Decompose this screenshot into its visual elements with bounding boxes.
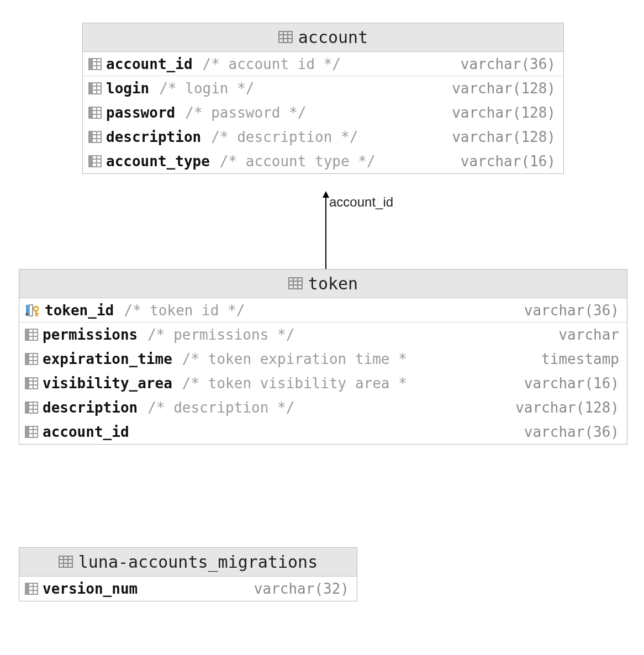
column-name: version_num	[43, 580, 138, 597]
fk-label: account_id	[329, 194, 393, 210]
column-row[interactable]: token_id/* token id */varchar(36)	[19, 298, 627, 323]
column-type: varchar	[551, 326, 619, 343]
column-comment: /* description */	[147, 399, 294, 416]
column-icon	[25, 426, 38, 438]
column-type: varchar(32)	[246, 580, 349, 597]
column-name: expiration_time	[43, 351, 172, 367]
column-row[interactable]: visibility_area/* token visibility area …	[19, 371, 627, 395]
column-type: varchar(36)	[516, 424, 619, 440]
svg-rect-32	[289, 278, 302, 289]
svg-rect-55	[25, 378, 29, 389]
column-icon	[25, 353, 38, 365]
column-icon	[25, 329, 38, 341]
column-row[interactable]: password/* password */varchar(128)	[83, 101, 563, 125]
table-header[interactable]: luna-accounts_migrations	[19, 548, 357, 577]
svg-rect-50	[25, 353, 29, 365]
column-row[interactable]: permissions/* permissions */varchar	[19, 323, 627, 347]
svg-rect-23	[89, 131, 93, 142]
table-icon	[59, 552, 73, 572]
svg-rect-69	[59, 556, 72, 567]
svg-rect-65	[25, 426, 29, 437]
column-type: varchar(16)	[453, 153, 556, 170]
column-comment: /* description */	[211, 129, 358, 145]
column-name: account_id	[43, 424, 129, 440]
table-header[interactable]: account	[83, 23, 563, 52]
column-comment: /* token expiration time *	[182, 351, 407, 367]
column-row[interactable]: account_idvarchar(36)	[19, 420, 627, 444]
column-type: varchar(36)	[453, 56, 556, 72]
table-icon	[278, 28, 293, 47]
column-type: timestamp	[534, 351, 619, 367]
column-type: varchar(128)	[444, 80, 556, 97]
column-row[interactable]: description/* description */varchar(128)	[19, 395, 627, 420]
table-icon	[288, 274, 303, 293]
column-icon	[25, 402, 38, 414]
column-icon	[88, 131, 102, 143]
svg-rect-38	[29, 305, 33, 316]
column-row[interactable]: expiration_time/* token expiration time …	[19, 347, 627, 371]
column-name: account_type	[106, 153, 210, 170]
svg-marker-1	[323, 191, 329, 198]
column-row[interactable]: login/* login */varchar(128)	[83, 76, 563, 101]
column-name: description	[43, 399, 138, 416]
table-name: luna-accounts_migrations	[78, 552, 318, 572]
column-name: description	[106, 129, 201, 145]
table-name: account	[298, 28, 368, 47]
svg-rect-13	[89, 83, 93, 94]
column-name: permissions	[43, 326, 138, 343]
column-row[interactable]: account_id/* account id */varchar(36)	[83, 52, 563, 76]
column-row[interactable]: version_numvarchar(32)	[19, 577, 357, 601]
column-type: varchar(36)	[516, 302, 619, 319]
svg-rect-2	[279, 31, 292, 43]
column-name: login	[106, 80, 149, 97]
svg-rect-45	[25, 329, 29, 340]
column-name: password	[106, 104, 175, 121]
column-comment: /* token id */	[124, 302, 245, 319]
column-type: varchar(128)	[508, 399, 619, 416]
table-name: token	[308, 274, 358, 293]
table-token[interactable]: tokentoken_id/* token id */varchar(36)pe…	[19, 269, 627, 445]
column-row[interactable]: description/* description */varchar(128)	[83, 125, 563, 149]
column-name: account_id	[106, 56, 193, 72]
column-icon	[25, 583, 38, 595]
svg-rect-18	[89, 107, 93, 118]
column-comment: /* password */	[185, 104, 306, 121]
column-type: varchar(128)	[444, 129, 556, 145]
column-name: token_id	[45, 302, 114, 319]
svg-point-39	[25, 313, 29, 316]
table-luna-accounts_migrations[interactable]: luna-accounts_migrationsversion_numvarch…	[19, 547, 357, 601]
column-comment: /* token visibility area *	[182, 375, 407, 392]
table-account[interactable]: accountaccount_id/* account id */varchar…	[82, 23, 564, 174]
column-icon	[88, 107, 102, 119]
column-comment: /* login */	[159, 80, 254, 97]
column-row[interactable]: account_type/* account type */varchar(16…	[83, 149, 563, 173]
column-icon	[25, 377, 38, 389]
svg-rect-28	[89, 156, 93, 167]
column-icon	[88, 155, 102, 167]
column-comment: /* account id */	[203, 56, 341, 72]
svg-rect-60	[25, 402, 29, 413]
column-icon	[88, 82, 102, 94]
column-type: varchar(128)	[444, 104, 556, 121]
column-name: visibility_area	[43, 375, 172, 392]
key-column-icon	[25, 304, 40, 316]
column-comment: /* account type */	[220, 153, 376, 170]
column-type: varchar(16)	[516, 375, 619, 392]
column-comment: /* permissions */	[147, 326, 294, 343]
svg-rect-8	[89, 59, 93, 70]
diagram-canvas: account_id accountaccount_id/* account i…	[0, 0, 644, 655]
table-header[interactable]: token	[19, 270, 627, 298]
svg-rect-75	[25, 583, 29, 594]
column-icon	[88, 58, 102, 70]
svg-point-40	[34, 307, 38, 311]
